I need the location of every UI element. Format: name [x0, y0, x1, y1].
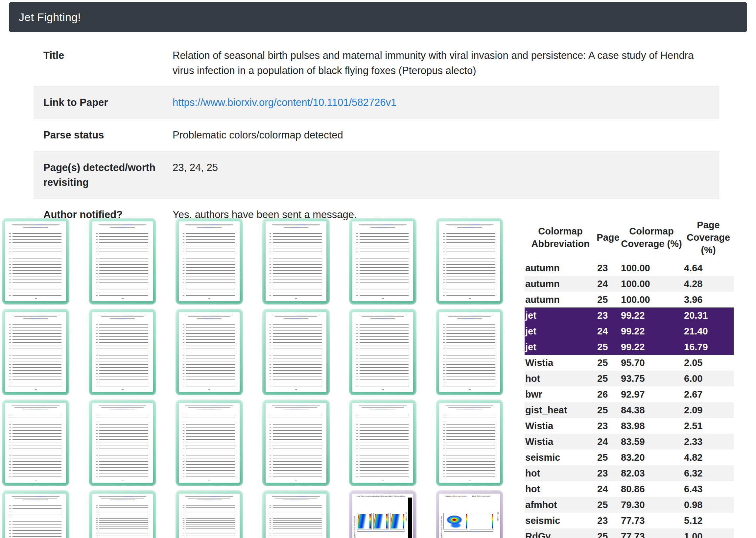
- document-page-thumbnail[interactable]: [89, 309, 156, 395]
- cell-page-coverage: 3.96: [683, 292, 734, 307]
- document-page-thumbnail[interactable]: [262, 309, 330, 395]
- figure-page-thumbnail[interactable]: Days from birth pulse to viral introduct…: [436, 490, 503, 538]
- cell-colormap-coverage: 77.73: [620, 528, 683, 538]
- figure-page-thumbnail[interactable]: Days from birth pulse to viral introduct…: [349, 490, 417, 538]
- page-header-lines: [446, 315, 493, 320]
- document-page-thumbnail[interactable]: [436, 218, 503, 304]
- cell-colormap: seismic: [525, 513, 596, 528]
- colorbar: [492, 514, 493, 528]
- document-page-thumbnail[interactable]: [262, 400, 330, 486]
- figure-layout: Days from birth pulse to viral introduct…: [439, 494, 500, 538]
- page-text-lines: [13, 506, 62, 538]
- document-page-thumbnail[interactable]: [349, 218, 417, 304]
- page-header-lines: [359, 224, 406, 229]
- cell-page: 24: [596, 276, 620, 292]
- colorbar: [466, 514, 467, 528]
- document-page-thumbnail[interactable]: [436, 400, 503, 486]
- document-page-thumbnail[interactable]: [2, 309, 69, 395]
- document-page-thumbnail[interactable]: [262, 218, 330, 304]
- cell-colormap-coverage: 100.00: [620, 292, 683, 307]
- cell-colormap-coverage: 93.75: [620, 371, 683, 386]
- document-page-thumbnail[interactable]: [349, 400, 417, 486]
- document-page-thumbnail[interactable]: [89, 400, 156, 486]
- subplot-axes: [444, 514, 465, 528]
- document-page-thumbnail[interactable]: [2, 218, 69, 304]
- document-page-thumbnail[interactable]: [89, 218, 156, 304]
- document-page-thumbnail[interactable]: [262, 490, 330, 538]
- page-number-mark: [35, 480, 37, 480]
- pages-detected-value: 23, 24, 25: [173, 152, 719, 184]
- cell-page-coverage: 2.67: [683, 386, 734, 402]
- colormap-table-header-row: Colormap Abbreviation Page Colormap Cove…: [525, 218, 734, 260]
- cell-colormap-coverage: 100.00: [620, 276, 683, 292]
- colormap-row: Wistia2483.592.33: [525, 434, 734, 450]
- page-text-lines: [186, 506, 235, 538]
- subplot-title: Medium Birth synchrony: [373, 495, 389, 498]
- cell-page-coverage: 6.32: [683, 465, 734, 481]
- colormap-row-highlighted: jet2499.2221.40: [525, 323, 734, 339]
- figure-row-labels: SIR modelExponential MSIR model: [404, 498, 407, 538]
- heatmap-subplot: [357, 513, 372, 529]
- colormap-row: Wistia2595.702.05: [525, 355, 734, 371]
- cell-page: 25: [596, 497, 620, 513]
- cell-page-coverage: 0.98: [683, 497, 734, 513]
- document-page-thumbnail[interactable]: [436, 309, 503, 395]
- figure-row-label: Exponential MSIR model: [404, 535, 407, 538]
- document-page-thumbnail[interactable]: [2, 490, 69, 538]
- info-label: Title: [33, 41, 173, 71]
- page-preview: [439, 403, 500, 483]
- cell-page-coverage: 2.09: [683, 402, 734, 418]
- cell-colormap: jet: [525, 339, 596, 355]
- page-text-lines: [99, 415, 148, 478]
- page-number-mark: [469, 389, 471, 390]
- page-number-mark: [382, 480, 384, 480]
- document-page-thumbnail[interactable]: [2, 400, 69, 486]
- page-header-lines: [12, 315, 59, 320]
- figure-caption-line: [444, 531, 493, 532]
- page-preview: [92, 312, 153, 392]
- page-header-lines: [99, 405, 146, 410]
- colormap-row: autumn23100.004.64: [525, 260, 734, 276]
- heatmap-subplot: [390, 513, 405, 529]
- document-page-thumbnail[interactable]: [176, 400, 243, 486]
- page-text-lines: [446, 233, 495, 296]
- page-preview: [5, 312, 66, 392]
- subplot-axes: [391, 514, 402, 528]
- subplot-axes: [358, 514, 369, 528]
- subplot-title: High Birth synchrony: [389, 495, 405, 498]
- cell-page-coverage: 20.31: [683, 307, 734, 323]
- document-page-thumbnail[interactable]: [176, 309, 243, 395]
- page-text-lines: [360, 415, 409, 478]
- paper-link[interactable]: https://www.biorxiv.org/content/10.1101/…: [173, 97, 396, 108]
- paper-title: Relation of seasonal birth pulses and ma…: [173, 41, 719, 86]
- figure-caption-line: [357, 531, 405, 532]
- cell-page-coverage: 4.64: [683, 260, 734, 276]
- info-row-parse-status: Parse status Problematic colors/colormap…: [33, 119, 719, 151]
- subplot-axes: [471, 514, 491, 528]
- info-label: Parse status: [33, 119, 173, 151]
- document-page-thumbnail[interactable]: [349, 309, 417, 395]
- colormap-row: autumn25100.003.96: [525, 292, 734, 307]
- cell-page: 25: [596, 355, 620, 371]
- page-number-mark: [382, 298, 384, 299]
- page-preview: [352, 312, 413, 392]
- page-header-lines: [99, 315, 146, 320]
- page-header-lines: [359, 405, 406, 410]
- document-page-thumbnail[interactable]: [176, 490, 243, 538]
- page-header-lines: [185, 224, 233, 229]
- cell-colormap-coverage: 77.73: [620, 513, 683, 528]
- document-page-thumbnail[interactable]: [176, 218, 243, 304]
- cell-colormap-coverage: 84.38: [620, 402, 683, 418]
- info-row-pages: Page(s) detected/worth revisiting 23, 24…: [33, 151, 719, 198]
- subplot-grid: Low Birth synchronyMedium Birth synchron…: [357, 495, 405, 538]
- page-header-lines: [185, 496, 233, 501]
- page-preview: [352, 403, 413, 483]
- page-header-lines: [359, 315, 406, 320]
- cell-colormap: autumn: [525, 292, 596, 307]
- page-text-lines: [13, 324, 62, 387]
- page-text-lines: [13, 233, 62, 296]
- cell-colormap: hot: [525, 481, 596, 497]
- cell-page-coverage: 6.43: [683, 481, 734, 497]
- cell-page-coverage: 4.28: [683, 276, 734, 292]
- document-page-thumbnail[interactable]: [89, 490, 156, 538]
